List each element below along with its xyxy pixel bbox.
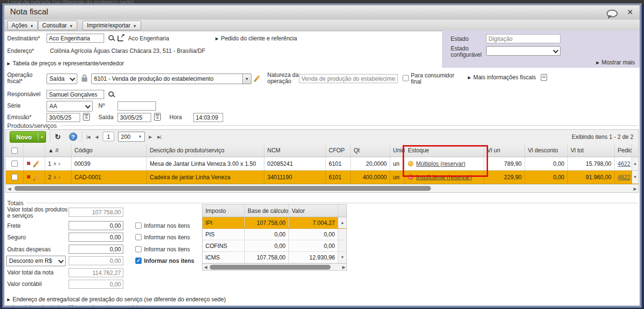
operacao-fiscal-select[interactable]: 6101 - Venda de produção do estabelecime…	[91, 74, 251, 84]
pedido-link[interactable]: 4622	[618, 174, 631, 181]
saida-data-input[interactable]	[118, 113, 151, 122]
cfop-column-header[interactable]: CFOP	[326, 144, 351, 157]
mais-informacoes-expander[interactable]: ▶Mais informações fiscais	[468, 74, 536, 81]
first-page-icon[interactable]: |◀	[86, 135, 90, 139]
scroll-left-icon[interactable]: ◀	[204, 265, 207, 270]
tax-row[interactable]: COFINS 0,00 0,00	[203, 240, 346, 252]
tax-row[interactable]: PIS 0,00 0,00	[203, 229, 346, 240]
valor-column-header[interactable]: Valor	[289, 205, 338, 217]
num-column-header[interactable]: ▲ #	[45, 144, 72, 157]
menu-acoes[interactable]: Ações▼	[7, 21, 38, 30]
move-down-icon[interactable]: ∨	[58, 161, 61, 166]
menu-consultar[interactable]: Consultar▼	[38, 21, 77, 30]
codigo-column-header[interactable]: Código	[72, 144, 147, 157]
outras-informar-checkbox[interactable]	[135, 246, 142, 252]
frete-informar-checkbox[interactable]	[135, 222, 142, 229]
move-down-icon[interactable]: ∨	[58, 174, 61, 180]
qt-column-header[interactable]: Qt	[351, 144, 390, 157]
horizontal-scrollbar[interactable]: ◀ ▶	[6, 184, 638, 192]
row-checkbox[interactable]	[12, 174, 18, 180]
operacao-tipo-select[interactable]: Saída	[47, 74, 77, 84]
page-number[interactable]: 1	[103, 132, 114, 141]
next-page-icon[interactable]: ▶	[149, 135, 152, 139]
table-row[interactable]: ✖ 1∧∨ 00039 Mesa de Jantar Linha Veneza …	[6, 157, 638, 171]
prev-page-icon[interactable]: ◀	[95, 135, 98, 139]
tabela-precos-expander[interactable]: ▶Tabela de preços e representante/vended…	[7, 60, 124, 67]
edit-pencil-icon[interactable]	[254, 75, 260, 81]
cell-base: 0,00	[245, 229, 289, 240]
expander-arrow-icon: ▶	[7, 306, 10, 306]
emissao-input[interactable]	[47, 113, 80, 122]
scroll-up-icon[interactable]: ▲	[633, 161, 637, 166]
move-up-icon[interactable]: ∧	[53, 174, 57, 180]
scroll-right-icon[interactable]: ▶	[342, 265, 345, 270]
estado-input	[486, 34, 561, 43]
expander-arrow-icon: ▶	[7, 62, 10, 66]
hora-input[interactable]	[193, 113, 223, 122]
scroll-right-icon[interactable]: ▶	[633, 186, 636, 191]
row-checkbox[interactable]	[12, 161, 18, 167]
select-all-checkbox[interactable]	[12, 148, 18, 154]
scroll-up-icon[interactable]: ▲	[341, 221, 345, 225]
vl-desconto-column-header[interactable]: Vl desconto	[525, 144, 568, 157]
outras-despesas-input[interactable]	[69, 245, 123, 254]
edit-pencil-icon[interactable]	[34, 161, 39, 167]
scroll-down-icon[interactable]: ▼	[341, 255, 345, 260]
desconto-select[interactable]: Desconto em R$	[6, 256, 66, 266]
tax-row[interactable]: ICMS 107.758,00 12.930,96 ▼	[203, 252, 346, 263]
consumidor-final-checkbox[interactable]	[403, 75, 409, 81]
imposto-column-header[interactable]: Imposto	[203, 205, 245, 217]
cell-qt: 20,0000	[351, 157, 390, 170]
pedido-cliente-expander[interactable]: ▶Pedido do cliente e referência	[215, 35, 297, 42]
annotation-red-box	[403, 145, 488, 177]
descricao-column-header[interactable]: Descrição do produto/serviço	[147, 144, 264, 157]
search-icon[interactable]	[108, 91, 115, 98]
pedido-column-header[interactable]: Pedido	[615, 144, 632, 157]
horizontal-scrollbar[interactable]: ◀ ▶	[203, 263, 346, 270]
vl-tot-column-header[interactable]: Vl tot	[568, 144, 615, 157]
last-page-icon[interactable]: ▶|	[157, 135, 161, 139]
estado-configuravel-select[interactable]	[486, 46, 561, 56]
vl-un-column-header[interactable]: Vl un	[484, 144, 525, 157]
local-retirada-expander[interactable]: ▶Local de retirada (se diferente do ende…	[7, 304, 139, 306]
ncm-column-header[interactable]: NCM	[264, 144, 326, 157]
tax-row[interactable]: IPI 107.758,00 7.004,27 ▲	[203, 217, 346, 229]
page-size-select[interactable]: 200▼	[118, 132, 145, 142]
scroll-down-icon[interactable]: ▼	[633, 175, 637, 179]
comment-icon[interactable]	[607, 10, 618, 17]
cell-codigo: CAD-0001	[72, 171, 147, 184]
numero-input[interactable]	[118, 101, 156, 111]
calendar-icon[interactable]	[154, 113, 161, 121]
destinatario-input[interactable]	[47, 34, 104, 43]
refresh-icon[interactable]: ↻	[55, 133, 61, 141]
scrollbar-thumb[interactable]	[210, 265, 331, 270]
destinatario-link[interactable]: Aco Engenharia	[128, 36, 169, 42]
serie-select[interactable]: AA	[47, 101, 93, 111]
external-link-icon[interactable]	[118, 35, 124, 41]
natureza-operacao-input[interactable]	[299, 74, 398, 83]
calendar-icon[interactable]	[83, 113, 90, 121]
desconto-informar-checkbox[interactable]	[135, 258, 142, 264]
scroll-left-icon[interactable]: ◀	[8, 186, 11, 191]
seguro-informar-checkbox[interactable]	[135, 234, 142, 240]
novo-button[interactable]: Novo▼	[10, 131, 46, 143]
document-icon[interactable]	[541, 74, 547, 81]
delete-icon[interactable]: ✖	[26, 174, 31, 180]
base-column-header[interactable]: Base de cálculo	[245, 205, 289, 217]
help-icon[interactable]: ?	[69, 133, 77, 141]
delete-icon[interactable]: ✖	[26, 161, 31, 167]
table-row-selected[interactable]: ✖ 2∧∨ CAD-0001 Cadeira de jantar Linha V…	[6, 171, 638, 184]
seguro-input[interactable]	[69, 233, 123, 242]
endereco-entrega-expander[interactable]: ▶Endereço de entrega/local de prestação …	[7, 296, 226, 303]
scrollbar-thumb[interactable]	[14, 186, 431, 191]
edit-pencil-icon[interactable]	[34, 174, 39, 180]
cell-qt: 400,0000	[351, 171, 390, 184]
responsavel-input[interactable]	[47, 90, 104, 99]
frete-input[interactable]	[69, 221, 123, 230]
pedido-link[interactable]: 4622	[618, 161, 631, 167]
search-icon[interactable]	[108, 35, 115, 42]
mostrar-mais-expander[interactable]: ▶Mostrar mais	[596, 59, 635, 66]
close-icon[interactable]: ✕	[627, 8, 633, 16]
menu-imprimir-exportar[interactable]: Imprimir/exportar▼	[83, 21, 141, 30]
move-up-icon[interactable]: ∧	[53, 161, 57, 166]
